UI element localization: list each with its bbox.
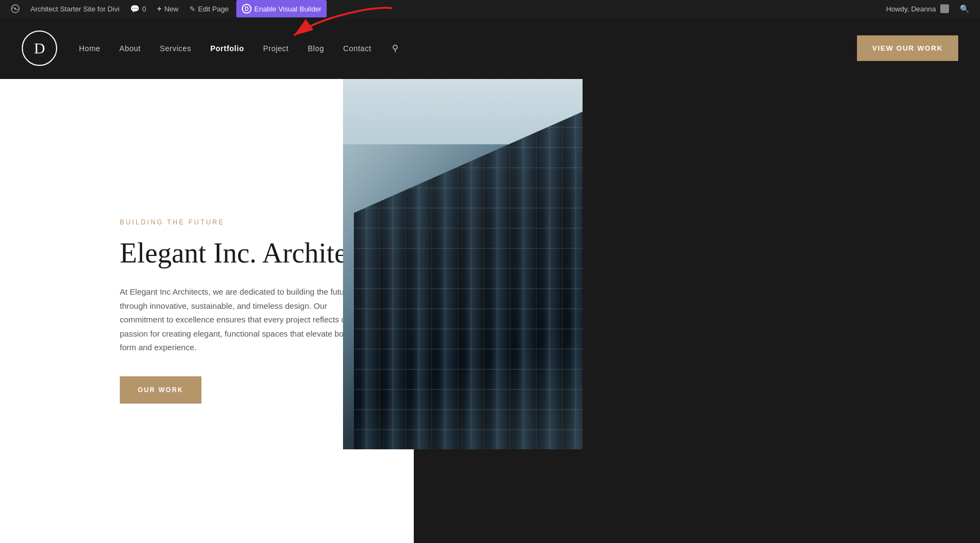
- site-name-item[interactable]: Architect Starter Site for Divi: [25, 0, 125, 17]
- howdy-text: Howdy, Deanna: [886, 5, 936, 13]
- site-wrapper: D Home About Services Portfolio Project …: [0, 17, 980, 543]
- view-our-work-button[interactable]: VIEW OUR WORK: [857, 35, 958, 61]
- nav-portfolio[interactable]: Portfolio: [210, 44, 244, 53]
- main-nav: Home About Services Portfolio Project Bl…: [79, 44, 400, 53]
- nav-home[interactable]: Home: [79, 44, 100, 53]
- building-facade: [354, 112, 583, 449]
- edit-page-label: Edit Page: [198, 5, 229, 13]
- hero-title: Elegant Inc. Architects: [120, 237, 381, 270]
- logo-letter: D: [34, 40, 45, 57]
- hero-body-text: At Elegant Inc Architects, we are dedica…: [120, 285, 354, 355]
- site-name-label: Architect Starter Site for Divi: [30, 5, 119, 13]
- nav-search-icon[interactable]: ⚲: [390, 44, 400, 53]
- hero-subtitle: BUILDING THE FUTURE: [120, 218, 381, 226]
- comments-count: 0: [142, 5, 146, 13]
- admin-search-icon[interactable]: 🔍: [954, 4, 975, 14]
- comments-item[interactable]: 💬 0: [125, 0, 151, 17]
- edit-page-item[interactable]: ✎ Edit Page: [184, 0, 234, 17]
- svg-point-2: [14, 8, 16, 9]
- comment-icon: 💬: [130, 4, 139, 13]
- nav-project[interactable]: Project: [263, 44, 289, 53]
- user-avatar: [940, 4, 949, 13]
- new-item[interactable]: + New: [152, 0, 184, 17]
- wordpress-icon: [11, 4, 20, 13]
- admin-bar: Architect Starter Site for Divi 💬 0 + Ne…: [0, 0, 980, 17]
- pencil-icon: ✎: [189, 5, 195, 13]
- divi-label: Enable Visual Builder: [254, 5, 321, 13]
- building-image: [343, 79, 583, 449]
- divi-d-icon: D: [242, 4, 252, 14]
- wordpress-logo-item[interactable]: [5, 0, 25, 17]
- nav-blog[interactable]: Blog: [308, 44, 324, 53]
- nav-about[interactable]: About: [119, 44, 140, 53]
- hero-section: BUILDING THE FUTURE Elegant Inc. Archite…: [0, 79, 980, 543]
- enable-visual-builder-item[interactable]: D Enable Visual Builder: [236, 0, 327, 17]
- new-label: New: [164, 5, 179, 13]
- site-logo[interactable]: D: [22, 30, 57, 66]
- howdy-section[interactable]: Howdy, Deanna: [880, 4, 954, 13]
- hero-right-panel: [441, 79, 980, 543]
- site-header: D Home About Services Portfolio Project …: [0, 17, 980, 79]
- admin-bar-right: Howdy, Deanna 🔍: [880, 4, 975, 14]
- our-work-button[interactable]: OUR WORK: [120, 376, 201, 404]
- plus-icon: +: [157, 4, 162, 13]
- nav-services[interactable]: Services: [160, 44, 191, 53]
- nav-contact[interactable]: Contact: [343, 44, 371, 53]
